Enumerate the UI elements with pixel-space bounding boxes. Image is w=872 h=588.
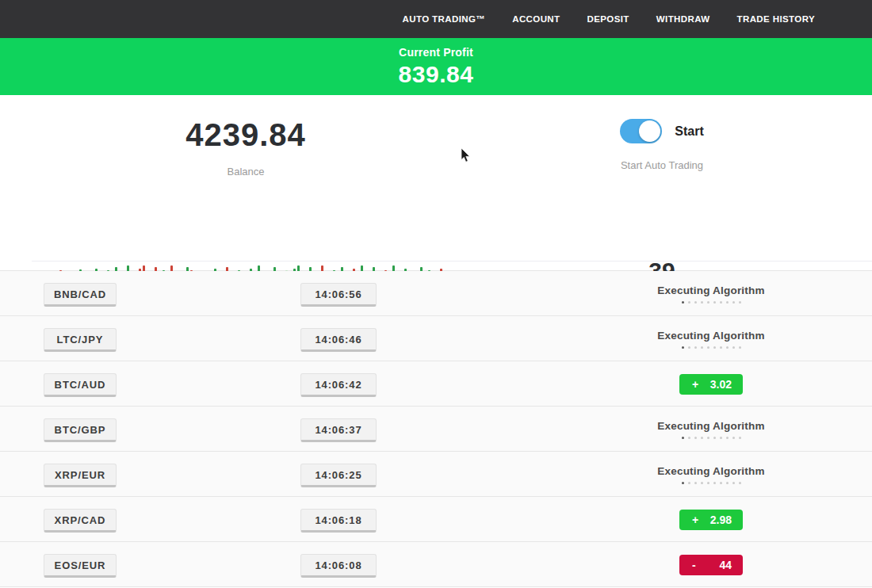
progress-dots: [682, 437, 741, 439]
current-profit-label: Current Profit: [0, 46, 872, 59]
pair-badge: XRP/CAD: [44, 509, 117, 533]
nav-item-account[interactable]: ACCOUNT: [512, 14, 560, 24]
progress-dot-icon: [682, 301, 684, 304]
pair-badge: XRP/EUR: [44, 464, 117, 487]
progress-dot-icon: [732, 437, 735, 439]
trade-row: BTC/AUD14:06:42+3.02: [0, 361, 872, 407]
progress-dot-icon: [720, 437, 722, 439]
time-badge: 14:06:25: [300, 464, 377, 487]
progress-dot-icon: [682, 437, 684, 439]
progress-dot-icon: [694, 437, 697, 439]
progress-dot-icon: [739, 437, 741, 439]
nav-item-deposit[interactable]: DEPOSIT: [587, 14, 629, 24]
progress-dot-icon: [688, 482, 690, 484]
progress-dot-icon: [732, 346, 735, 349]
progress-dot-icon: [694, 482, 697, 484]
progress-dot-icon: [732, 482, 735, 484]
status-cell: Executing Algorithm: [632, 407, 790, 452]
status-cell: Executing Algorithm: [632, 452, 790, 497]
progress-dot-icon: [720, 346, 722, 349]
profit-badge: +3.02: [679, 374, 743, 395]
start-toggle-label: Start: [675, 124, 703, 139]
time-badge: 14:06:18: [300, 509, 377, 533]
progress-dot-icon: [707, 482, 709, 484]
current-profit-banner: Current Profit 839.84: [0, 38, 872, 95]
progress-dot-icon: [688, 437, 690, 439]
progress-dot-icon: [713, 437, 716, 439]
nav-item-withdraw[interactable]: WITHDRAW: [656, 14, 710, 24]
top-nav: AUTO TRADING™ACCOUNTDEPOSITWITHDRAWTRADE…: [0, 0, 872, 38]
progress-dot-icon: [713, 482, 716, 484]
progress-dot-icon: [713, 346, 716, 349]
progress-dot-icon: [707, 346, 709, 349]
time-badge: 14:06:42: [300, 373, 377, 397]
progress-dot-icon: [688, 301, 690, 304]
progress-dot-icon: [707, 301, 709, 304]
result-sign: +: [689, 514, 698, 526]
progress-dot-icon: [701, 437, 703, 439]
progress-dot-icon: [701, 301, 703, 304]
pair-badge: BNB/CAD: [44, 283, 117, 307]
nav-item-trade-history[interactable]: TRADE HISTORY: [737, 14, 816, 24]
progress-dot-icon: [739, 346, 741, 349]
result-value: 2.98: [710, 514, 733, 526]
progress-dot-icon: [726, 301, 729, 304]
trade-row: XRP/EUR14:06:25Executing Algorithm: [0, 452, 872, 497]
result-sign: +: [689, 378, 698, 391]
progress-dots: [682, 301, 741, 304]
progress-dots: [682, 346, 741, 349]
auto-trading-block: Start Start Auto Trading: [491, 119, 832, 171]
start-auto-trading-label: Start Auto Trading: [491, 159, 832, 171]
pair-badge: LTC/JPY: [44, 328, 117, 352]
time-badge: 14:06:37: [300, 418, 377, 442]
start-toggle[interactable]: [620, 119, 662, 143]
status-cell: -44: [632, 542, 790, 587]
progress-dot-icon: [688, 346, 690, 349]
balance-label: Balance: [0, 166, 491, 178]
progress-dot-icon: [701, 482, 703, 484]
progress-dot-icon: [713, 301, 716, 304]
result-value: 44: [719, 559, 733, 571]
executing-algorithm-label: Executing Algorithm: [657, 465, 764, 477]
progress-dot-icon: [739, 482, 741, 484]
trade-row: XRP/CAD14:06:18+2.98: [0, 497, 872, 542]
executing-algorithm-label: Executing Algorithm: [657, 420, 764, 432]
progress-dot-icon: [682, 482, 684, 484]
time-badge: 14:06:46: [300, 328, 377, 352]
result-sign: -: [689, 559, 696, 571]
progress-dot-icon: [701, 346, 703, 349]
toggle-knob-icon: [639, 120, 660, 142]
trade-row: EOS/EUR14:06:08-44: [0, 542, 872, 587]
time-badge: 14:06:08: [300, 554, 377, 578]
progress-dot-icon: [720, 301, 722, 304]
progress-dot-icon: [726, 437, 729, 439]
progress-dot-icon: [739, 301, 741, 304]
progress-dot-icon: [694, 301, 697, 304]
progress-dot-icon: [720, 482, 722, 484]
progress-dot-icon: [682, 346, 684, 349]
progress-dot-icon: [694, 346, 697, 349]
progress-dot-icon: [726, 346, 729, 349]
progress-dots: [682, 482, 741, 484]
trade-row: LTC/JPY14:06:46Executing Algorithm: [0, 316, 872, 361]
nav-item-auto-trading[interactable]: AUTO TRADING™: [403, 14, 486, 24]
loss-badge: -44: [679, 555, 743, 575]
status-cell: Executing Algorithm: [632, 316, 790, 361]
trade-row: BTC/GBP14:06:37Executing Algorithm: [0, 407, 872, 452]
pair-badge: EOS/EUR: [44, 554, 117, 578]
result-value: 3.02: [710, 378, 733, 391]
trade-rows: BNB/CAD14:06:56Executing AlgorithmLTC/JP…: [0, 270, 872, 587]
progress-dot-icon: [707, 437, 709, 439]
executing-algorithm-label: Executing Algorithm: [657, 284, 764, 296]
stats-section: 4239.84 Balance Start Start Auto Trading…: [0, 95, 872, 270]
status-cell: Executing Algorithm: [632, 271, 790, 316]
progress-dot-icon: [732, 301, 735, 304]
status-cell: +3.02: [632, 361, 790, 407]
current-profit-value: 839.84: [0, 61, 872, 88]
pair-badge: BTC/GBP: [44, 418, 117, 442]
progress-dot-icon: [726, 482, 729, 484]
time-badge: 14:06:56: [300, 283, 377, 307]
balance-block: 4239.84 Balance: [0, 117, 491, 178]
executing-algorithm-label: Executing Algorithm: [657, 330, 764, 342]
trade-row: BNB/CAD14:06:56Executing Algorithm: [0, 271, 872, 316]
